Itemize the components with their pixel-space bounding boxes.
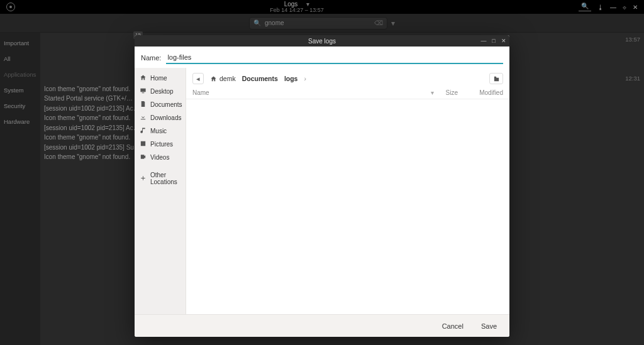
- videos-icon: [140, 153, 147, 162]
- place-label: Pictures: [150, 141, 173, 148]
- home-icon: [140, 74, 147, 82]
- pictures-icon: [140, 140, 147, 148]
- place-label: Other Locations: [150, 172, 180, 185]
- path-home[interactable]: demk: [210, 75, 236, 82]
- col-size: Size: [434, 89, 465, 96]
- desktop-icon: [140, 87, 147, 96]
- dialog-title: Save logs: [308, 38, 336, 45]
- place-videos[interactable]: Videos: [135, 151, 186, 164]
- place-other-locations[interactable]: Other Locations: [135, 169, 186, 188]
- file-list[interactable]: [186, 99, 509, 314]
- place-label: Videos: [150, 154, 169, 161]
- download-icon: [140, 114, 147, 122]
- filename-label: Name:: [141, 54, 161, 62]
- window-maximize-icon[interactable]: □: [491, 38, 497, 44]
- dialog-titlebar[interactable]: Save logs — □ ✕: [135, 35, 509, 47]
- path-seg-logs[interactable]: logs: [284, 75, 298, 82]
- col-modified: Modified: [465, 89, 503, 96]
- place-download[interactable]: Downloads: [135, 111, 186, 124]
- col-name: Name: [192, 89, 209, 96]
- place-label: Documents: [150, 101, 182, 108]
- place-docs[interactable]: Documents: [135, 98, 186, 111]
- cancel-button[interactable]: Cancel: [442, 322, 464, 330]
- path-bar: ◂ demk Documents logs ›: [186, 68, 509, 87]
- places-sidebar: HomeDesktopDocumentsDownloadsMusicPictur…: [135, 68, 186, 314]
- new-folder-button[interactable]: [489, 73, 503, 84]
- filename-input[interactable]: [166, 52, 503, 64]
- docs-icon: [140, 101, 147, 109]
- folder-plus-icon: [493, 75, 500, 82]
- save-button[interactable]: Save: [481, 322, 497, 330]
- place-label: Downloads: [150, 114, 181, 121]
- save-dialog: Save logs — □ ✕ Name: HomeDesktopDocumen…: [135, 35, 509, 337]
- home-icon: [210, 75, 217, 82]
- dialog-action-bar: Cancel Save: [135, 314, 509, 337]
- path-back-button[interactable]: ◂: [192, 73, 204, 84]
- file-list-header[interactable]: Name ▾ Size Modified: [186, 87, 509, 99]
- place-pictures[interactable]: Pictures: [135, 138, 186, 151]
- place-music[interactable]: Music: [135, 124, 186, 138]
- modal-overlay: Save logs — □ ✕ Name: HomeDesktopDocumen…: [0, 0, 644, 345]
- place-label: Home: [150, 75, 167, 82]
- window-close-icon[interactable]: ✕: [501, 38, 507, 44]
- place-home[interactable]: Home: [135, 72, 186, 85]
- chevron-right-icon: ›: [304, 75, 306, 82]
- place-label: Desktop: [150, 88, 174, 95]
- window-minimize-icon[interactable]: —: [480, 38, 487, 44]
- plus-icon: [140, 175, 147, 183]
- place-desktop[interactable]: Desktop: [135, 85, 186, 98]
- place-label: Music: [150, 128, 167, 134]
- music-icon: [140, 127, 147, 135]
- path-seg-documents[interactable]: Documents: [242, 75, 278, 82]
